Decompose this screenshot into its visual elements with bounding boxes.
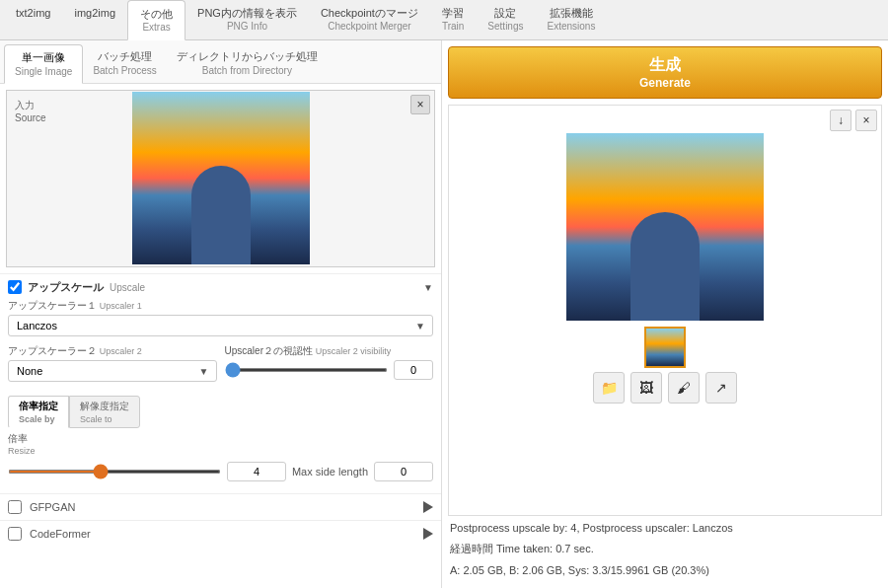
nav-extensions[interactable]: 拡張機能 Extensions <box>536 0 608 39</box>
upscale-title: アップスケール Upscale <box>8 280 145 295</box>
cursor-icon: ↗ <box>715 380 727 396</box>
image-icon: 🖼 <box>639 380 653 396</box>
generate-button[interactable]: 生成 Generate <box>448 46 882 99</box>
output-area: ↓ × 📁 🖼 🖌 <box>448 105 882 515</box>
gfpgan-label: GFPGAN <box>30 501 75 513</box>
gfpgan-section[interactable]: GFPGAN <box>0 493 441 520</box>
top-navigation: txt2img img2img その他 Extras PNG内の情報を表示 PN… <box>0 0 888 40</box>
upscaler2-row: アップスケーラー２ Upscaler 2 None Lanczos Neares… <box>8 344 433 390</box>
resize-slider[interactable] <box>8 470 221 474</box>
left-panel: 単一画像 Single Image バッチ処理 Batch Process ディ… <box>0 40 442 588</box>
tab-scale-by[interactable]: 倍率指定 Scale by <box>8 396 69 428</box>
max-side-label: Max side length <box>292 466 368 478</box>
visibility-row <box>225 360 434 380</box>
upscaler2-left: アップスケーラー２ Upscaler 2 None Lanczos Neares… <box>8 344 217 390</box>
resize-input[interactable] <box>227 462 286 481</box>
image-upload-area: 入力Source × <box>0 84 441 273</box>
codeformer-checkbox[interactable] <box>8 527 22 541</box>
output-image <box>566 133 764 321</box>
tab-batch-directory[interactable]: ディレクトリからバッチ処理 Batch from Directory <box>167 44 328 82</box>
nav-pnginfo[interactable]: PNG内の情報を表示 PNG Info <box>185 0 309 39</box>
resize-slider-row: Max side length <box>8 462 433 481</box>
figure-decoration <box>191 166 251 264</box>
gfpgan-checkbox[interactable] <box>8 500 22 514</box>
upscale-info: Postprocess upscale by: 4, Postprocess u… <box>450 520 880 538</box>
image-button[interactable]: 🖼 <box>630 372 662 404</box>
upscaler1-select[interactable]: None Lanczos Nearest ESRGAN_4x <box>8 315 433 336</box>
codeformer-toggle-icon <box>423 528 433 540</box>
thumbnail-strip <box>644 327 686 368</box>
tab-scale-to[interactable]: 解像度指定 Scale to <box>69 396 140 428</box>
nav-img2img[interactable]: img2img <box>62 0 127 39</box>
visibility-input[interactable] <box>394 360 433 380</box>
nav-txt2img[interactable]: txt2img <box>4 0 62 39</box>
close-image-button[interactable]: × <box>410 95 430 114</box>
nav-extras[interactable]: その他 Extras <box>127 0 185 40</box>
nav-train[interactable]: 学習 Train <box>430 0 476 39</box>
cursor-button[interactable]: ↗ <box>705 372 737 404</box>
main-layout: 単一画像 Single Image バッチ処理 Batch Process ディ… <box>0 40 888 588</box>
resize-row: 倍率 Resize <box>8 432 433 456</box>
image-container[interactable]: 入力Source × <box>6 90 435 267</box>
input-image <box>132 92 310 264</box>
upscaler1-select-wrapper: None Lanczos Nearest ESRGAN_4x ▼ <box>8 315 433 336</box>
upscaler1-label: アップスケーラー１ Upscaler 1 <box>8 299 433 313</box>
thumbnail-image <box>646 329 684 366</box>
upscaler2-right: Upscaler２の視認性 Upscaler 2 visibility <box>225 344 434 380</box>
close-output-button[interactable]: × <box>855 110 877 131</box>
folder-icon: 📁 <box>601 380 618 396</box>
right-panel: 生成 Generate ↓ × 📁 <box>442 40 888 588</box>
scale-mode-tabs: 倍率指定 Scale by 解像度指定 Scale to <box>8 396 433 428</box>
max-side-input[interactable] <box>374 462 433 481</box>
nav-merger[interactable]: Checkpointのマージ Checkpoint Merger <box>309 0 430 39</box>
upscaler2-label: アップスケーラー２ Upscaler 2 <box>8 344 217 358</box>
upscale-checkbox[interactable] <box>8 280 22 294</box>
time-info: 経過時間 Time taken: 0.7 sec. <box>450 541 880 558</box>
brush-button[interactable]: 🖌 <box>668 372 700 404</box>
visibility-slider[interactable] <box>225 368 389 372</box>
memory-info: A: 2.05 GB, B: 2.06 GB, Sys: 3.3/15.9961… <box>450 562 880 580</box>
codeformer-label: CodeFormer <box>30 528 91 540</box>
toolbar-icons: 📁 🖼 🖌 ↗ <box>593 372 737 404</box>
brush-icon: 🖌 <box>677 380 691 396</box>
upscaler2-select[interactable]: None Lanczos Nearest <box>8 360 217 382</box>
nav-settings[interactable]: 設定 Settings <box>476 0 535 39</box>
tab-batch-process[interactable]: バッチ処理 Batch Process <box>83 44 166 82</box>
mode-tabs: 単一画像 Single Image バッチ処理 Batch Process ディ… <box>0 40 441 83</box>
upscaler2-select-wrapper: None Lanczos Nearest ▼ <box>8 360 217 382</box>
gfpgan-toggle-icon <box>423 501 433 513</box>
upscale-toggle-icon[interactable]: ▼ <box>423 282 433 293</box>
folder-button[interactable]: 📁 <box>593 372 625 404</box>
visibility-label: Upscaler２の視認性 Upscaler 2 visibility <box>225 344 434 358</box>
upscale-header: アップスケール Upscale ▼ <box>8 280 433 295</box>
thumbnail-item[interactable] <box>644 327 686 368</box>
tab-single-image[interactable]: 単一画像 Single Image <box>4 44 83 83</box>
source-label: 入力Source <box>15 99 46 123</box>
codeformer-section[interactable]: CodeFormer <box>0 520 441 547</box>
upscale-section: アップスケール Upscale ▼ アップスケーラー１ Upscaler 1 N… <box>0 273 441 493</box>
output-info: Postprocess upscale by: 4, Postprocess u… <box>448 516 882 588</box>
resize-label: 倍率 Resize <box>8 432 36 456</box>
output-figure-decoration <box>630 212 700 321</box>
download-button[interactable]: ↓ <box>830 110 851 131</box>
output-controls: ↓ × <box>830 110 877 131</box>
